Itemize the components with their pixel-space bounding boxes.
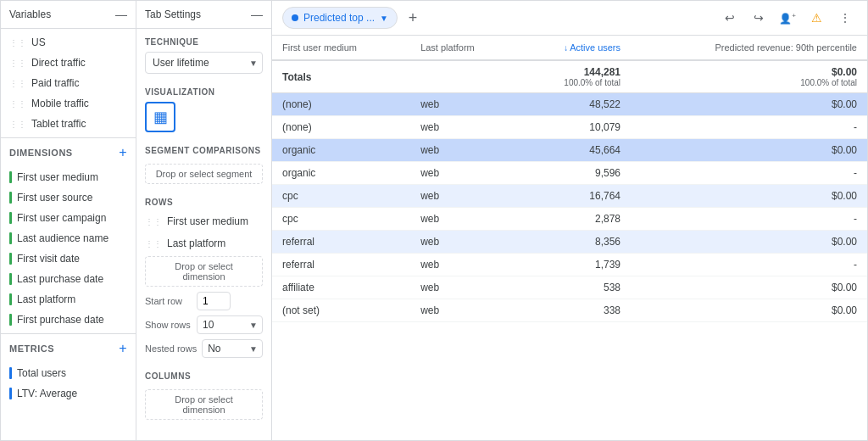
metric-label: Total users [17,367,66,379]
more-options-btn[interactable]: ⋮ [833,6,857,30]
add-dimension-btn[interactable]: + [119,145,127,160]
table-viz-icon: ▦ [153,108,168,126]
list-item[interactable]: First user campaign [1,208,136,228]
columns-drop-btn[interactable]: Drop or select dimension [145,389,263,420]
toolbar-right: ↩ ↪ 👤+ ⚠ ⋮ [718,6,857,30]
tab-label: Predicted top ... [303,12,375,24]
nested-rows-select-wrapper: No Yes ▼ [202,339,263,358]
segment-drop-btn[interactable]: Drop or select segment [145,164,263,184]
dim-label: First user campaign [17,212,106,224]
list-item[interactable]: Last audience name [1,228,136,248]
cell-platform: web [410,299,519,322]
visualization-label: VISUALIZATION [145,87,263,97]
list-item: ⋮⋮ Last platform [145,234,263,253]
cell-platform: web [410,231,519,254]
metrics-label: METRICS [9,343,54,354]
cell-platform: web [410,254,519,276]
list-item[interactable]: ⋮⋮ Mobile traffic [1,93,136,114]
table-row: cpc web 2,878 - [272,208,867,231]
dim-label: First purchase date [17,314,104,326]
show-rows-select[interactable]: 5 10 25 50 [197,315,263,334]
add-user-btn[interactable]: 👤+ [776,6,799,30]
list-item[interactable]: Last purchase date [1,269,136,289]
redo-btn[interactable]: ↪ [747,6,771,30]
cell-revenue: $0.00 [631,185,867,208]
metric-label: LTV: Average [17,388,77,399]
start-row-input[interactable] [197,292,231,310]
col-first-user-medium[interactable]: First user medium [272,36,410,60]
row-field-label: Last platform [167,237,225,249]
dimension-bar [9,253,12,265]
more-options-icon: ⋮ [839,11,851,25]
list-item[interactable]: First user medium [1,167,136,187]
list-item[interactable]: Total users [1,363,136,383]
table-row: referral web 8,356 $0.00 [272,231,867,254]
dim-label: Last audience name [17,232,108,244]
drag-handle-icon: ⋮⋮ [9,59,26,68]
cell-medium: (none) [272,116,410,139]
col-last-platform[interactable]: Last platform [410,36,519,60]
visualization-type-btn[interactable]: ▦ [145,102,175,132]
cell-users: 8,356 [519,231,631,254]
variables-minimize-btn[interactable]: — [115,8,127,21]
undo-btn[interactable]: ↩ [718,6,742,30]
cell-users: 538 [519,276,631,299]
active-tab-btn[interactable]: Predicted top ... ▼ [282,7,398,29]
list-item[interactable]: First purchase date [1,310,136,330]
cell-users: 1,739 [519,254,631,276]
list-item[interactable]: ⋮⋮ Tablet traffic [1,114,136,134]
add-metric-btn[interactable]: + [119,341,127,356]
list-item[interactable]: Last platform [1,289,136,310]
dim-label: First user medium [17,171,98,183]
list-item[interactable]: ⋮⋮ Paid traffic [1,73,136,93]
dimension-drop-btn[interactable]: Drop or select dimension [145,256,263,287]
redo-icon: ↪ [754,11,764,25]
dim-label: Last platform [17,293,75,305]
toolbar-left: Predicted top ... ▼ + [282,6,425,30]
columns-label: COLUMNS [145,371,263,381]
dim-label: First visit date [17,253,80,265]
add-tab-btn[interactable]: + [401,6,425,30]
cell-platform: web [410,185,519,208]
table-header-row: First user medium Last platform ↓Active … [272,36,867,60]
cell-users: 338 [519,299,631,322]
rows-label: ROWS [145,198,263,207]
table-row: organic web 45,664 $0.00 [272,139,867,162]
segment-comparisons-section: SEGMENT COMPARISONS Drop or select segme… [136,137,271,189]
sort-arrow-icon: ↓ [564,43,568,53]
cell-medium: organic [272,162,410,185]
warning-btn[interactable]: ⚠ [804,6,828,30]
technique-select[interactable]: User lifetime Session Event [145,52,263,74]
visualization-section: VISUALIZATION ▦ [136,79,271,137]
drag-handle-icon: ⋮⋮ [145,217,162,226]
col-active-users[interactable]: ↓Active users [519,36,631,60]
cell-revenue: $0.00 [631,276,867,299]
add-user-icon: 👤+ [779,12,796,25]
totals-active-users: 144,281 100.0% of total [519,60,631,93]
dim-label: First user source [17,192,92,204]
variables-list: ⋮⋮ US ⋮⋮ Direct traffic ⋮⋮ Paid traffic … [1,29,136,137]
toolbar: Predicted top ... ▼ + ↩ ↪ 👤+ ⚠ [272,1,867,36]
tab-settings-panel: Tab Settings — TECHNIQUE User lifetime S… [136,1,272,440]
cell-platform: web [410,93,519,116]
metric-bar [9,388,12,399]
dimensions-section-header: DIMENSIONS + [1,138,136,164]
table-row: (none) web 48,522 $0.00 [272,93,867,116]
dimension-bar [9,212,12,224]
cell-revenue: - [631,208,867,231]
col-predicted-revenue[interactable]: Predicted revenue: 90th percentile [631,36,867,60]
dimension-bar [9,293,12,305]
list-item[interactable]: First visit date [1,248,136,269]
tab-settings-minimize-btn[interactable]: — [251,8,263,21]
cell-medium: organic [272,139,410,162]
list-item[interactable]: First user source [1,187,136,208]
nested-rows-select[interactable]: No Yes [202,339,263,358]
cell-platform: web [410,162,519,185]
list-item[interactable]: ⋮⋮ US [1,32,136,53]
cell-medium: referral [272,254,410,276]
dimension-bar [9,314,12,326]
segment-comparisons-label: SEGMENT COMPARISONS [145,146,263,155]
list-item[interactable]: ⋮⋮ Direct traffic [1,53,136,73]
list-item[interactable]: LTV: Average [1,383,136,404]
tab-settings-header: Tab Settings — [136,1,271,29]
